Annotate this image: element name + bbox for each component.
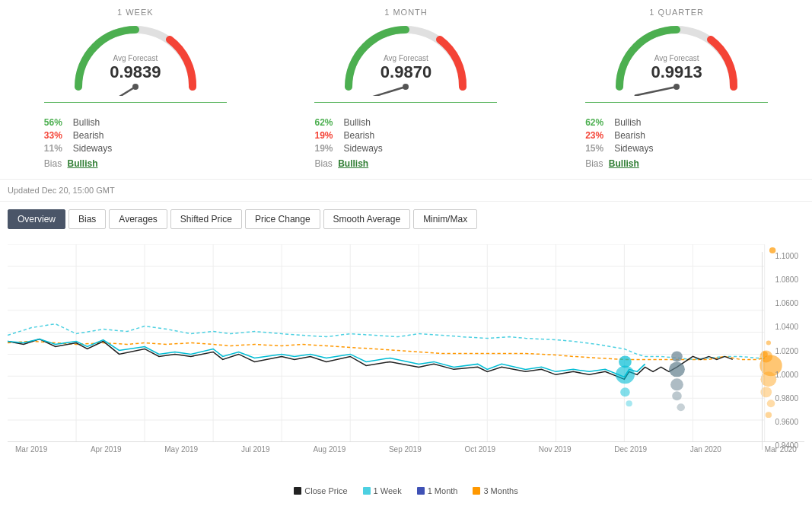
top-section: 1 WEEK Avg Forecast 0.9839	[0, 0, 812, 180]
bullish-pct-2: 62%	[585, 117, 610, 128]
tab-minim/max[interactable]: Minim/Max	[413, 209, 477, 229]
tab-bias[interactable]: Bias	[68, 209, 106, 229]
bias-row-2: Bias Bullish	[585, 158, 768, 169]
y-axis-label: 1.0000	[775, 371, 798, 379]
svg-point-31	[669, 361, 685, 377]
tab-averages[interactable]: Averages	[109, 209, 167, 229]
legend-label: 1 Month	[428, 486, 458, 495]
stat-sideways-row-0: 11% Sideways	[44, 143, 227, 154]
avg-value-2: 0.9913	[651, 62, 702, 82]
gauge-container-2: Avg Forecast 0.9913	[608, 20, 745, 96]
bearish-label-2: Bearish	[614, 130, 645, 141]
chart-divider	[762, 252, 763, 450]
gauge-container-1: Avg Forecast 0.9870	[337, 20, 474, 96]
stats-block-0: 56% Bullish 33% Bearish 11% Sideways Bia…	[29, 109, 242, 175]
bias-row-1: Bias Bullish	[314, 158, 497, 169]
gauge-block-1: 1 MONTH Avg Forecast 0.9870	[299, 8, 512, 175]
svg-point-5	[673, 84, 680, 90]
avg-text-2: Avg Forecast	[651, 54, 702, 62]
bias-value-0: Bullish	[68, 158, 98, 169]
avg-value-1: 0.9870	[381, 62, 431, 82]
stat-bullish-row-0: 56% Bullish	[44, 117, 227, 128]
avg-text-0: Avg Forecast	[110, 54, 161, 62]
svg-point-29	[626, 400, 632, 406]
svg-point-36	[766, 341, 771, 345]
legend-item-1-month: 1 Month	[417, 486, 458, 495]
svg-point-42	[766, 412, 772, 418]
svg-point-30	[671, 351, 683, 361]
sideways-label-1: Sideways	[343, 143, 382, 154]
tab-price-change[interactable]: Price Change	[245, 209, 320, 229]
svg-line-0	[99, 87, 135, 96]
legend-label: 1 Week	[374, 486, 402, 495]
stat-bullish-row-2: 62% Bullish	[585, 117, 768, 128]
bearish-pct-2: 23%	[585, 130, 610, 141]
x-axis: Mar 2019Apr 2019May 2019Jul 2019Aug 2019…	[8, 442, 804, 454]
gauge-container-0: Avg Forecast 0.9839	[67, 20, 204, 96]
y-axis-label: 1.0600	[775, 299, 798, 307]
svg-point-32	[670, 378, 683, 390]
bullish-pct-0: 56%	[44, 117, 68, 128]
svg-point-39	[760, 371, 776, 387]
svg-point-28	[620, 387, 630, 396]
y-axis-label: 0.9400	[775, 441, 798, 450]
legend-dot	[473, 487, 480, 495]
svg-point-27	[616, 365, 635, 384]
chart-svg	[8, 244, 804, 441]
avg-text-1: Avg Forecast	[381, 54, 431, 62]
gauge-block-2: 1 QUARTER Avg Forecast 0.9913	[570, 8, 783, 175]
y-axis-label: 0.9600	[775, 418, 798, 426]
legend-item-close-price: Close Price	[294, 486, 347, 495]
bullish-label-0: Bullish	[73, 117, 100, 128]
y-axis-labels: 1.10001.08001.06001.04001.02001.00000.98…	[775, 252, 798, 450]
tab-smooth-average[interactable]: Smooth Average	[323, 209, 411, 229]
sideways-label-0: Sideways	[73, 143, 112, 154]
svg-point-1	[132, 84, 139, 90]
x-axis-label: Oct 2019	[464, 445, 495, 454]
bullish-label-1: Bullish	[343, 117, 370, 128]
x-axis-label: Mar 2019	[15, 445, 47, 454]
legend-item-3-months: 3 Months	[473, 486, 517, 495]
legend-item-1-week: 1 Week	[363, 486, 402, 495]
x-axis-label: Sep 2019	[389, 445, 422, 454]
bearish-pct-1: 19%	[314, 130, 339, 141]
legend-dot	[294, 487, 301, 495]
gauge-label-0: Avg Forecast 0.9839	[110, 54, 161, 82]
legend: Close Price1 Week1 Month3 Months	[0, 480, 812, 495]
svg-line-4	[635, 87, 677, 96]
stats-block-2: 62% Bullish 23% Bearish 15% Sideways Bia…	[570, 109, 783, 175]
gauge-title-0: 1 WEEK	[29, 8, 242, 17]
legend-dot	[363, 487, 371, 495]
y-axis-label: 1.0800	[775, 275, 798, 284]
x-axis-label: Jul 2019	[241, 445, 270, 454]
gauge-separator-2	[585, 102, 768, 103]
x-axis-label: May 2019	[164, 445, 198, 454]
gauge-block-0: 1 WEEK Avg Forecast 0.9839	[29, 8, 242, 175]
bearish-label-1: Bearish	[343, 130, 374, 141]
avg-value-0: 0.9839	[110, 62, 161, 82]
svg-point-41	[767, 400, 775, 407]
sideways-label-2: Sideways	[614, 143, 653, 154]
x-axis-label: Jan 2020	[690, 445, 721, 454]
chart-area: 1.10001.08001.06001.04001.02001.00000.98…	[0, 237, 812, 480]
bearish-label-0: Bearish	[73, 130, 104, 141]
stat-bearish-row-1: 19% Bearish	[314, 130, 497, 141]
bias-value-2: Bullish	[609, 158, 639, 169]
tab-shifted-price[interactable]: Shifted Price	[170, 209, 242, 229]
stats-block-1: 62% Bullish 19% Bearish 19% Sideways Bia…	[299, 109, 512, 175]
chart-inner: 1.10001.08001.06001.04001.02001.00000.98…	[8, 244, 804, 442]
bearish-pct-0: 33%	[44, 130, 68, 141]
gauge-title-2: 1 QUARTER	[570, 8, 783, 17]
sideways-pct-0: 11%	[44, 143, 68, 154]
y-axis-label: 1.0400	[775, 323, 798, 331]
y-axis-label: 1.0200	[775, 347, 798, 355]
legend-label: 3 Months	[483, 486, 517, 495]
gauge-separator-1	[314, 102, 497, 103]
y-axis-label: 0.9800	[775, 394, 798, 403]
tab-overview[interactable]: Overview	[8, 209, 65, 229]
bullish-label-2: Bullish	[614, 117, 641, 128]
updated-text: Updated Dec 20, 15:00 GMT	[0, 180, 812, 202]
sideways-pct-1: 19%	[314, 143, 339, 154]
tabs-bar: OverviewBiasAveragesShifted PricePrice C…	[0, 202, 812, 237]
y-axis-label: 1.1000	[775, 252, 798, 260]
